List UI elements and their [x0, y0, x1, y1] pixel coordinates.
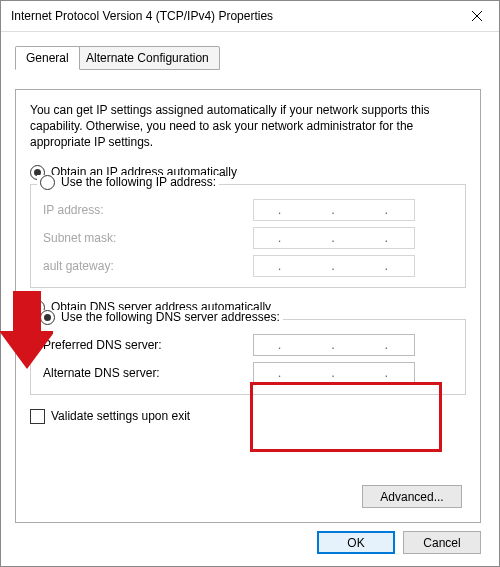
label-default-gateway: ault gateway:	[43, 259, 253, 273]
checkbox-validate-on-exit[interactable]: Validate settings upon exit	[30, 409, 466, 424]
input-default-gateway: ...	[253, 255, 415, 277]
ok-button[interactable]: OK	[317, 531, 395, 554]
tab-general[interactable]: General	[15, 46, 80, 70]
checkbox-validate-label: Validate settings upon exit	[51, 409, 190, 423]
dns-group: Use the following DNS server addresses: …	[30, 319, 466, 395]
titlebar: Internet Protocol Version 4 (TCP/IPv4) P…	[1, 1, 499, 32]
ip-group: Use the following IP address: IP address…	[30, 184, 466, 288]
label-preferred-dns: Preferred DNS server:	[43, 338, 253, 352]
svg-marker-2	[0, 291, 53, 369]
tab-strip: General Alternate Configuration	[15, 46, 481, 68]
label-ip-address: IP address:	[43, 203, 253, 217]
tab-alternate-config[interactable]: Alternate Configuration	[75, 46, 220, 70]
input-ip-address: ...	[253, 199, 415, 221]
annotation-arrow-icon	[0, 291, 53, 371]
radio-icon	[40, 175, 55, 190]
label-subnet-mask: Subnet mask:	[43, 231, 253, 245]
input-preferred-dns[interactable]: ...	[253, 334, 415, 356]
radio-ip-manual[interactable]: Use the following IP address:	[37, 175, 219, 190]
general-panel: You can get IP settings assigned automat…	[15, 89, 481, 523]
content-area: General Alternate Configuration You can …	[1, 32, 499, 523]
input-alternate-dns[interactable]: ...	[253, 362, 415, 384]
radio-dns-manual[interactable]: Use the following DNS server addresses:	[37, 310, 283, 325]
input-subnet-mask: ...	[253, 227, 415, 249]
dialog-window: Internet Protocol Version 4 (TCP/IPv4) P…	[0, 0, 500, 567]
radio-dns-manual-label: Use the following DNS server addresses:	[61, 310, 280, 324]
window-title: Internet Protocol Version 4 (TCP/IPv4) P…	[11, 9, 273, 23]
cancel-button[interactable]: Cancel	[403, 531, 481, 554]
checkbox-icon	[30, 409, 45, 424]
intro-text: You can get IP settings assigned automat…	[30, 102, 466, 151]
radio-ip-manual-label: Use the following IP address:	[61, 175, 216, 189]
label-alternate-dns: Alternate DNS server:	[43, 366, 253, 380]
advanced-button[interactable]: Advanced...	[362, 485, 462, 508]
close-icon	[472, 11, 482, 21]
dialog-footer: OK Cancel	[317, 531, 481, 554]
close-button[interactable]	[454, 1, 499, 31]
